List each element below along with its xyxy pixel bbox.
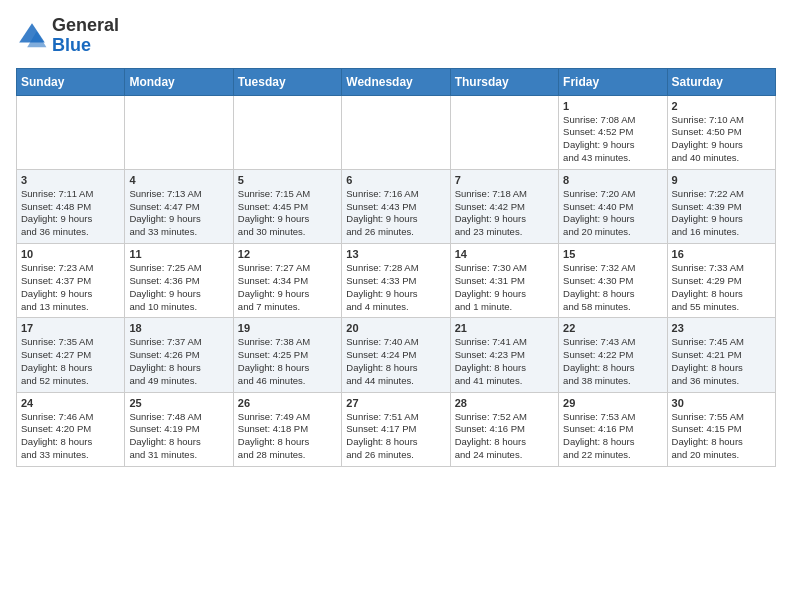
day-number: 25 bbox=[129, 397, 228, 409]
calendar-cell: 8Sunrise: 7:20 AM Sunset: 4:40 PM Daylig… bbox=[559, 169, 667, 243]
day-number: 21 bbox=[455, 322, 554, 334]
day-info: Sunrise: 7:49 AM Sunset: 4:18 PM Dayligh… bbox=[238, 411, 337, 462]
weekday-header-sunday: Sunday bbox=[17, 68, 125, 95]
day-number: 8 bbox=[563, 174, 662, 186]
calendar-cell: 7Sunrise: 7:18 AM Sunset: 4:42 PM Daylig… bbox=[450, 169, 558, 243]
calendar-cell: 3Sunrise: 7:11 AM Sunset: 4:48 PM Daylig… bbox=[17, 169, 125, 243]
weekday-header-friday: Friday bbox=[559, 68, 667, 95]
calendar-cell: 17Sunrise: 7:35 AM Sunset: 4:27 PM Dayli… bbox=[17, 318, 125, 392]
day-number: 20 bbox=[346, 322, 445, 334]
day-info: Sunrise: 7:28 AM Sunset: 4:33 PM Dayligh… bbox=[346, 262, 445, 313]
day-info: Sunrise: 7:35 AM Sunset: 4:27 PM Dayligh… bbox=[21, 336, 120, 387]
day-info: Sunrise: 7:41 AM Sunset: 4:23 PM Dayligh… bbox=[455, 336, 554, 387]
day-info: Sunrise: 7:43 AM Sunset: 4:22 PM Dayligh… bbox=[563, 336, 662, 387]
day-info: Sunrise: 7:23 AM Sunset: 4:37 PM Dayligh… bbox=[21, 262, 120, 313]
day-number: 4 bbox=[129, 174, 228, 186]
day-info: Sunrise: 7:48 AM Sunset: 4:19 PM Dayligh… bbox=[129, 411, 228, 462]
calendar-cell: 26Sunrise: 7:49 AM Sunset: 4:18 PM Dayli… bbox=[233, 392, 341, 466]
calendar-cell: 25Sunrise: 7:48 AM Sunset: 4:19 PM Dayli… bbox=[125, 392, 233, 466]
day-number: 30 bbox=[672, 397, 771, 409]
calendar: SundayMondayTuesdayWednesdayThursdayFrid… bbox=[16, 68, 776, 467]
day-number: 24 bbox=[21, 397, 120, 409]
logo-general: General bbox=[52, 15, 119, 35]
calendar-cell: 9Sunrise: 7:22 AM Sunset: 4:39 PM Daylig… bbox=[667, 169, 775, 243]
day-info: Sunrise: 7:32 AM Sunset: 4:30 PM Dayligh… bbox=[563, 262, 662, 313]
day-number: 2 bbox=[672, 100, 771, 112]
calendar-week-2: 3Sunrise: 7:11 AM Sunset: 4:48 PM Daylig… bbox=[17, 169, 776, 243]
day-number: 27 bbox=[346, 397, 445, 409]
day-info: Sunrise: 7:40 AM Sunset: 4:24 PM Dayligh… bbox=[346, 336, 445, 387]
logo-blue: Blue bbox=[52, 35, 91, 55]
day-info: Sunrise: 7:11 AM Sunset: 4:48 PM Dayligh… bbox=[21, 188, 120, 239]
calendar-cell: 5Sunrise: 7:15 AM Sunset: 4:45 PM Daylig… bbox=[233, 169, 341, 243]
day-info: Sunrise: 7:15 AM Sunset: 4:45 PM Dayligh… bbox=[238, 188, 337, 239]
day-info: Sunrise: 7:45 AM Sunset: 4:21 PM Dayligh… bbox=[672, 336, 771, 387]
day-info: Sunrise: 7:25 AM Sunset: 4:36 PM Dayligh… bbox=[129, 262, 228, 313]
day-info: Sunrise: 7:33 AM Sunset: 4:29 PM Dayligh… bbox=[672, 262, 771, 313]
day-info: Sunrise: 7:38 AM Sunset: 4:25 PM Dayligh… bbox=[238, 336, 337, 387]
day-number: 6 bbox=[346, 174, 445, 186]
day-info: Sunrise: 7:53 AM Sunset: 4:16 PM Dayligh… bbox=[563, 411, 662, 462]
day-number: 9 bbox=[672, 174, 771, 186]
calendar-cell: 16Sunrise: 7:33 AM Sunset: 4:29 PM Dayli… bbox=[667, 244, 775, 318]
day-number: 7 bbox=[455, 174, 554, 186]
day-number: 5 bbox=[238, 174, 337, 186]
day-info: Sunrise: 7:16 AM Sunset: 4:43 PM Dayligh… bbox=[346, 188, 445, 239]
logo: General Blue bbox=[16, 16, 119, 56]
day-info: Sunrise: 7:20 AM Sunset: 4:40 PM Dayligh… bbox=[563, 188, 662, 239]
calendar-cell: 19Sunrise: 7:38 AM Sunset: 4:25 PM Dayli… bbox=[233, 318, 341, 392]
calendar-cell: 4Sunrise: 7:13 AM Sunset: 4:47 PM Daylig… bbox=[125, 169, 233, 243]
calendar-cell bbox=[450, 95, 558, 169]
calendar-cell: 2Sunrise: 7:10 AM Sunset: 4:50 PM Daylig… bbox=[667, 95, 775, 169]
weekday-header-wednesday: Wednesday bbox=[342, 68, 450, 95]
calendar-cell: 13Sunrise: 7:28 AM Sunset: 4:33 PM Dayli… bbox=[342, 244, 450, 318]
calendar-week-5: 24Sunrise: 7:46 AM Sunset: 4:20 PM Dayli… bbox=[17, 392, 776, 466]
calendar-cell bbox=[233, 95, 341, 169]
calendar-cell: 28Sunrise: 7:52 AM Sunset: 4:16 PM Dayli… bbox=[450, 392, 558, 466]
calendar-cell: 29Sunrise: 7:53 AM Sunset: 4:16 PM Dayli… bbox=[559, 392, 667, 466]
day-info: Sunrise: 7:30 AM Sunset: 4:31 PM Dayligh… bbox=[455, 262, 554, 313]
calendar-cell: 15Sunrise: 7:32 AM Sunset: 4:30 PM Dayli… bbox=[559, 244, 667, 318]
calendar-cell: 27Sunrise: 7:51 AM Sunset: 4:17 PM Dayli… bbox=[342, 392, 450, 466]
day-info: Sunrise: 7:22 AM Sunset: 4:39 PM Dayligh… bbox=[672, 188, 771, 239]
calendar-cell: 1Sunrise: 7:08 AM Sunset: 4:52 PM Daylig… bbox=[559, 95, 667, 169]
weekday-header-tuesday: Tuesday bbox=[233, 68, 341, 95]
calendar-cell: 24Sunrise: 7:46 AM Sunset: 4:20 PM Dayli… bbox=[17, 392, 125, 466]
day-number: 23 bbox=[672, 322, 771, 334]
page-header: General Blue bbox=[16, 16, 776, 56]
day-number: 22 bbox=[563, 322, 662, 334]
day-number: 11 bbox=[129, 248, 228, 260]
calendar-cell: 14Sunrise: 7:30 AM Sunset: 4:31 PM Dayli… bbox=[450, 244, 558, 318]
weekday-header-thursday: Thursday bbox=[450, 68, 558, 95]
day-info: Sunrise: 7:27 AM Sunset: 4:34 PM Dayligh… bbox=[238, 262, 337, 313]
day-number: 26 bbox=[238, 397, 337, 409]
calendar-cell bbox=[17, 95, 125, 169]
day-number: 1 bbox=[563, 100, 662, 112]
weekday-header-saturday: Saturday bbox=[667, 68, 775, 95]
day-info: Sunrise: 7:08 AM Sunset: 4:52 PM Dayligh… bbox=[563, 114, 662, 165]
day-number: 17 bbox=[21, 322, 120, 334]
calendar-cell: 11Sunrise: 7:25 AM Sunset: 4:36 PM Dayli… bbox=[125, 244, 233, 318]
logo-text: General Blue bbox=[52, 16, 119, 56]
calendar-cell: 12Sunrise: 7:27 AM Sunset: 4:34 PM Dayli… bbox=[233, 244, 341, 318]
calendar-cell: 20Sunrise: 7:40 AM Sunset: 4:24 PM Dayli… bbox=[342, 318, 450, 392]
calendar-cell: 21Sunrise: 7:41 AM Sunset: 4:23 PM Dayli… bbox=[450, 318, 558, 392]
day-info: Sunrise: 7:46 AM Sunset: 4:20 PM Dayligh… bbox=[21, 411, 120, 462]
day-number: 15 bbox=[563, 248, 662, 260]
day-info: Sunrise: 7:37 AM Sunset: 4:26 PM Dayligh… bbox=[129, 336, 228, 387]
day-number: 13 bbox=[346, 248, 445, 260]
calendar-week-1: 1Sunrise: 7:08 AM Sunset: 4:52 PM Daylig… bbox=[17, 95, 776, 169]
day-number: 29 bbox=[563, 397, 662, 409]
calendar-cell: 22Sunrise: 7:43 AM Sunset: 4:22 PM Dayli… bbox=[559, 318, 667, 392]
day-number: 18 bbox=[129, 322, 228, 334]
weekday-header-row: SundayMondayTuesdayWednesdayThursdayFrid… bbox=[17, 68, 776, 95]
day-number: 19 bbox=[238, 322, 337, 334]
day-info: Sunrise: 7:51 AM Sunset: 4:17 PM Dayligh… bbox=[346, 411, 445, 462]
day-info: Sunrise: 7:18 AM Sunset: 4:42 PM Dayligh… bbox=[455, 188, 554, 239]
calendar-cell: 30Sunrise: 7:55 AM Sunset: 4:15 PM Dayli… bbox=[667, 392, 775, 466]
day-number: 14 bbox=[455, 248, 554, 260]
day-number: 16 bbox=[672, 248, 771, 260]
day-info: Sunrise: 7:55 AM Sunset: 4:15 PM Dayligh… bbox=[672, 411, 771, 462]
calendar-cell: 10Sunrise: 7:23 AM Sunset: 4:37 PM Dayli… bbox=[17, 244, 125, 318]
day-number: 10 bbox=[21, 248, 120, 260]
